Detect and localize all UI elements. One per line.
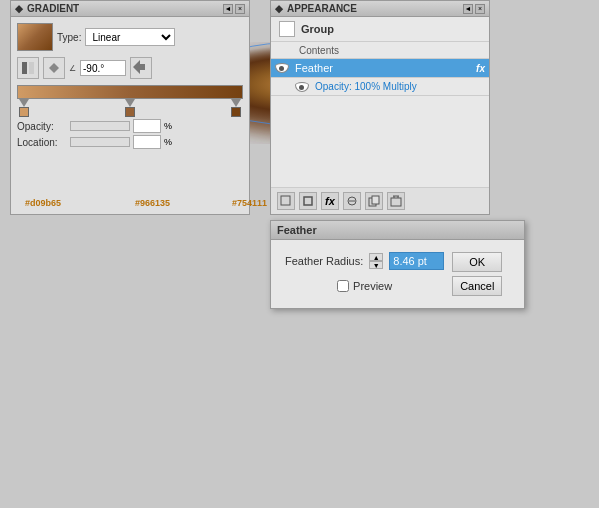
app-group-label: Group bbox=[301, 23, 334, 35]
fx-label: fx bbox=[476, 63, 485, 74]
location-pct: % bbox=[164, 137, 172, 147]
svg-rect-8 bbox=[29, 62, 34, 74]
stop1[interactable] bbox=[19, 99, 29, 117]
feather-dialog: Feather Feather Radius: ▲ ▼ Preview bbox=[270, 220, 525, 309]
stop2[interactable] bbox=[125, 99, 135, 117]
color-hex-2: #966135 bbox=[135, 198, 170, 208]
feather-visibility-icon[interactable] bbox=[275, 63, 289, 73]
location-slider[interactable] bbox=[70, 137, 130, 147]
opacity-row: Opacity: % bbox=[17, 119, 243, 133]
app-tool-square[interactable] bbox=[299, 192, 317, 210]
appearance-collapse-btn[interactable]: ◄ bbox=[463, 4, 473, 14]
svg-rect-14 bbox=[372, 196, 379, 204]
gradient-collapse-btn[interactable]: ◄ bbox=[223, 4, 233, 14]
app-opacity-text[interactable]: Opacity: 100% Multiply bbox=[315, 81, 417, 92]
feather-radius-row: Feather Radius: ▲ ▼ bbox=[285, 252, 444, 270]
color-hex-3: #754111 bbox=[232, 198, 267, 208]
angle-icon: ∠ bbox=[69, 64, 76, 73]
type-label: Type: bbox=[57, 32, 81, 43]
app-feather-label: Feather bbox=[295, 62, 476, 74]
feather-dialog-titlebar: Feather bbox=[271, 221, 524, 240]
appearance-content: Group Contents Feather fx Opacity: 100% … bbox=[271, 17, 489, 176]
feather-preview-label: Preview bbox=[353, 280, 392, 292]
opacity-visibility-icon[interactable] bbox=[295, 82, 309, 92]
feather-preview-checkbox[interactable] bbox=[337, 280, 349, 292]
app-tool-clear[interactable] bbox=[343, 192, 361, 210]
svg-rect-10 bbox=[304, 197, 312, 205]
app-feather-row[interactable]: Feather fx bbox=[271, 59, 489, 78]
location-row: Location: % bbox=[17, 135, 243, 149]
spinner-up[interactable]: ▲ bbox=[369, 253, 383, 261]
feather-radius-input[interactable] bbox=[389, 252, 444, 270]
opacity-pct: % bbox=[164, 121, 172, 131]
appearance-close-btn[interactable]: × bbox=[475, 4, 485, 14]
opacity-input[interactable] bbox=[133, 119, 161, 133]
gradient-panel: ◆ GRADIENT ◄ × Type: Linear Radial ∠ bbox=[10, 0, 250, 215]
feather-cancel-button[interactable]: Cancel bbox=[452, 276, 502, 296]
gradient-bar-container bbox=[17, 85, 243, 115]
app-contents-label: Contents bbox=[299, 45, 339, 56]
gradient-collapse-icon[interactable]: ◆ bbox=[15, 3, 23, 14]
gradient-swatch[interactable] bbox=[17, 23, 53, 51]
appearance-panel: ◆ APPEARANCE ◄ × Group Contents Feather … bbox=[270, 0, 490, 215]
opacity-slider[interactable] bbox=[70, 121, 130, 131]
spinner-down[interactable]: ▼ bbox=[369, 261, 383, 269]
svg-rect-7 bbox=[22, 62, 27, 74]
feather-buttons: OK Cancel bbox=[452, 252, 502, 296]
color-label-1: #d09b65 bbox=[25, 198, 61, 208]
svg-rect-15 bbox=[391, 198, 401, 206]
app-group-row: Group bbox=[271, 17, 489, 42]
reverse-btn[interactable] bbox=[130, 57, 152, 79]
svg-rect-9 bbox=[281, 196, 290, 205]
appearance-collapse-icon[interactable]: ◆ bbox=[275, 3, 283, 14]
feather-preview-row: Preview bbox=[285, 280, 444, 292]
feather-dialog-title: Feather bbox=[277, 224, 317, 236]
app-tool-copy[interactable] bbox=[365, 192, 383, 210]
gradient-panel-titlebar: ◆ GRADIENT ◄ × bbox=[11, 1, 249, 17]
color-label-3: #754111 bbox=[232, 198, 267, 208]
type-select[interactable]: Linear Radial bbox=[85, 28, 175, 46]
feather-radius-label: Feather Radius: bbox=[285, 255, 363, 267]
app-group-swatch bbox=[279, 21, 295, 37]
app-opacity-row: Opacity: 100% Multiply bbox=[271, 78, 489, 96]
app-tool-fx[interactable]: fx bbox=[321, 192, 339, 210]
app-tool-new-layer[interactable] bbox=[277, 192, 295, 210]
opacity-label: Opacity: bbox=[17, 121, 67, 132]
gradient-icon-btn2[interactable] bbox=[43, 57, 65, 79]
gradient-panel-title: GRADIENT bbox=[27, 3, 79, 14]
gradient-icon-btn1[interactable] bbox=[17, 57, 39, 79]
feather-ok-button[interactable]: OK bbox=[452, 252, 502, 272]
gradient-close-btn[interactable]: × bbox=[235, 4, 245, 14]
angle-input[interactable] bbox=[80, 60, 126, 76]
app-contents-row: Contents bbox=[271, 42, 489, 59]
app-tool-delete[interactable] bbox=[387, 192, 405, 210]
color-hex-1: #d09b65 bbox=[25, 198, 61, 208]
stop3[interactable] bbox=[231, 99, 241, 117]
location-input[interactable] bbox=[133, 135, 161, 149]
gradient-bar[interactable] bbox=[17, 85, 243, 99]
color-label-2: #966135 bbox=[135, 198, 170, 208]
appearance-panel-title: APPEARANCE bbox=[287, 3, 357, 14]
feather-dialog-content: Feather Radius: ▲ ▼ Preview OK bbox=[271, 240, 524, 308]
feather-spinner[interactable]: ▲ ▼ bbox=[369, 253, 383, 269]
appearance-panel-titlebar: ◆ APPEARANCE ◄ × bbox=[271, 1, 489, 17]
appearance-spacer bbox=[271, 96, 489, 176]
app-toolbar: fx bbox=[271, 187, 489, 214]
location-label: Location: bbox=[17, 137, 67, 148]
